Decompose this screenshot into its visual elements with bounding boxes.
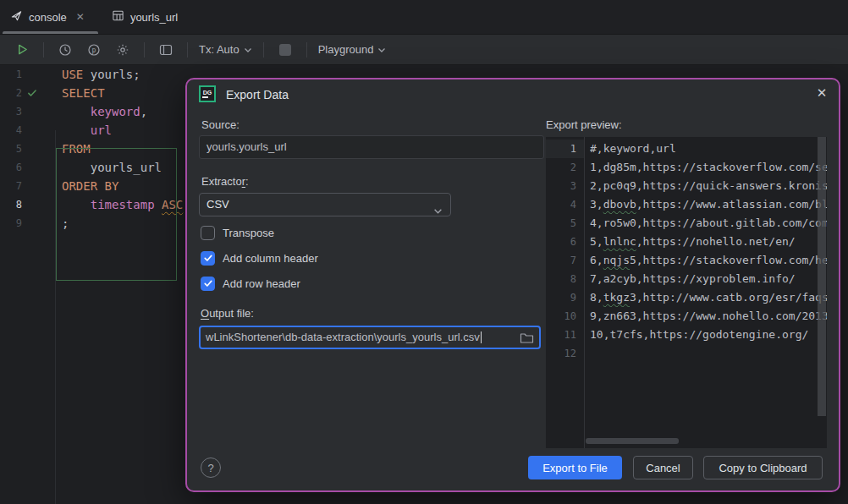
check-icon <box>203 253 213 263</box>
dialog-close-button[interactable]: ✕ <box>813 85 830 101</box>
line-number: 4 <box>546 195 584 214</box>
gutter-slot <box>22 140 47 158</box>
line-number: 2 <box>546 158 584 177</box>
line-text: FROM <box>62 140 91 158</box>
close-icon: ✕ <box>817 85 828 101</box>
stop-button <box>275 40 295 60</box>
tx-mode-dropdown[interactable]: Tx: Auto <box>199 43 252 56</box>
p-circle-icon: p <box>87 43 101 57</box>
extractor-label: Extractor: <box>201 175 249 188</box>
in-editor-results-button[interactable] <box>156 40 176 60</box>
preview-line: 54,ro5w0,https://about.gitlab.com/com <box>546 214 827 233</box>
line-text: 5,lnlnc,https://nohello.net/en/ <box>590 233 796 251</box>
close-icon[interactable]: ✕ <box>76 11 85 23</box>
gutter-slot <box>22 195 47 214</box>
source-label: Source: <box>201 118 240 131</box>
line-number: 7 <box>546 251 584 270</box>
line-number: 3 <box>546 177 584 195</box>
settings-button[interactable] <box>113 40 133 60</box>
add-column-header-checkbox[interactable]: Add column header <box>201 249 318 266</box>
transpose-checkbox[interactable]: Transpose <box>201 224 274 241</box>
playground-dropdown[interactable]: Playground <box>318 43 387 56</box>
editor-tab-bar: console ✕ yourls_url <box>0 0 848 35</box>
check-icon <box>203 278 213 288</box>
horizontal-scrollbar[interactable] <box>586 438 679 444</box>
text-caret <box>481 331 482 343</box>
preview-line: 98,tkgz3,http://www.catb.org/esr/faqs <box>546 288 827 307</box>
line-number: 8 <box>546 270 584 288</box>
toolbar-separator <box>306 42 307 58</box>
datagrip-logo-icon: DG <box>199 85 216 102</box>
clock-icon <box>58 43 72 57</box>
gutter-slot <box>22 121 47 140</box>
run-button[interactable] <box>12 40 32 60</box>
toolbar-separator <box>144 42 145 58</box>
gutter-slot <box>22 65 47 84</box>
line-number: 3 <box>0 102 22 121</box>
line-number: 10 <box>546 307 584 326</box>
line-number: 1 <box>0 65 22 84</box>
history-button[interactable] <box>55 40 75 60</box>
line-text: 6,nqjs5,https://stackoverflow.com/he <box>590 251 827 270</box>
chevron-down-icon <box>433 200 443 222</box>
copy-to-clipboard-button[interactable]: Copy to Clipboard <box>703 456 823 479</box>
line-text: yourls_url <box>62 158 162 177</box>
chevron-down-icon <box>244 47 252 53</box>
checkbox-box <box>201 251 215 266</box>
cancel-button[interactable]: Cancel <box>633 456 693 479</box>
datagrip-window: console ✕ yourls_url p Tx <box>0 0 848 504</box>
console-icon <box>10 9 23 25</box>
line-number: 4 <box>0 121 22 140</box>
preview-line: 1#,keyword,url <box>546 140 827 158</box>
play-icon <box>16 43 29 56</box>
line-text: 10,t7cfs,https://godotengine.org/ <box>590 326 808 344</box>
line-number: 2 <box>0 84 22 102</box>
gear-icon <box>116 43 129 57</box>
export-preview-label: Export preview: <box>546 118 622 131</box>
panel-icon <box>159 44 173 56</box>
parameters-button[interactable]: p <box>84 40 104 60</box>
preview-line: 65,lnlnc,https://nohello.net/en/ <box>546 233 827 251</box>
dialog-title: Export Data <box>226 88 289 101</box>
line-number: 6 <box>0 158 22 177</box>
console-toolbar: p Tx: Auto Playground <box>0 35 848 65</box>
vertical-scrollbar[interactable] <box>818 137 826 416</box>
line-text: USE yourls; <box>62 65 140 84</box>
gutter-slot <box>22 177 47 195</box>
tab-yourls-url[interactable]: yourls_url <box>102 0 188 34</box>
output-file-label: Output file: <box>201 307 254 320</box>
browse-file-button[interactable] <box>520 331 534 351</box>
toolbar-separator <box>263 42 264 58</box>
add-row-header-checkbox[interactable]: Add row header <box>201 275 300 292</box>
line-text: url <box>62 121 112 140</box>
preview-line: 43,dbovb,https://www.atlassian.com/bl <box>546 195 827 214</box>
playground-label: Playground <box>318 43 374 56</box>
checkbox-box <box>201 277 215 291</box>
line-number: 11 <box>546 326 584 344</box>
toolbar-separator <box>187 42 188 58</box>
preview-line: 21,dg85m,https://stackoverflow.com/se <box>546 158 827 177</box>
tx-mode-label: Tx: Auto <box>199 43 240 56</box>
tab-yourls-url-label: yourls_url <box>130 11 178 24</box>
line-text: keyword, <box>62 102 147 121</box>
line-text: #,keyword,url <box>590 140 676 158</box>
source-field[interactable]: yourls.yourls_url <box>199 135 544 159</box>
add-row-header-label: Add row header <box>223 277 300 290</box>
line-text: 9,zn663,https://www.nohello.com/2013 <box>590 307 827 326</box>
export-data-dialog: DG Export Data ✕ Source: yourls.yourls_u… <box>185 78 840 492</box>
output-file-value: wLinkShortener\db-data-extraction\yourls… <box>206 327 480 348</box>
export-to-file-button[interactable]: Export to File <box>528 456 622 479</box>
line-number: 8 <box>0 195 22 214</box>
output-file-field[interactable]: wLinkShortener\db-data-extraction\yourls… <box>199 326 541 349</box>
line-number: 5 <box>546 214 584 233</box>
line-number: 9 <box>0 214 22 233</box>
tab-console[interactable]: console ✕ <box>0 0 95 34</box>
export-preview-pane[interactable]: 1#,keyword,url21,dg85m,https://stackover… <box>546 137 827 448</box>
help-button[interactable]: ? <box>201 457 221 478</box>
extractor-combobox[interactable]: CSV <box>199 193 451 216</box>
preview-line: 87,a2cyb,https://xyproblem.info/ <box>546 270 827 288</box>
checkbox-box <box>201 226 215 240</box>
add-column-header-label: Add column header <box>223 252 318 265</box>
gutter-separator <box>55 130 56 504</box>
preview-line: 32,pc0q9,https://quick-answers.kronis <box>546 177 827 195</box>
